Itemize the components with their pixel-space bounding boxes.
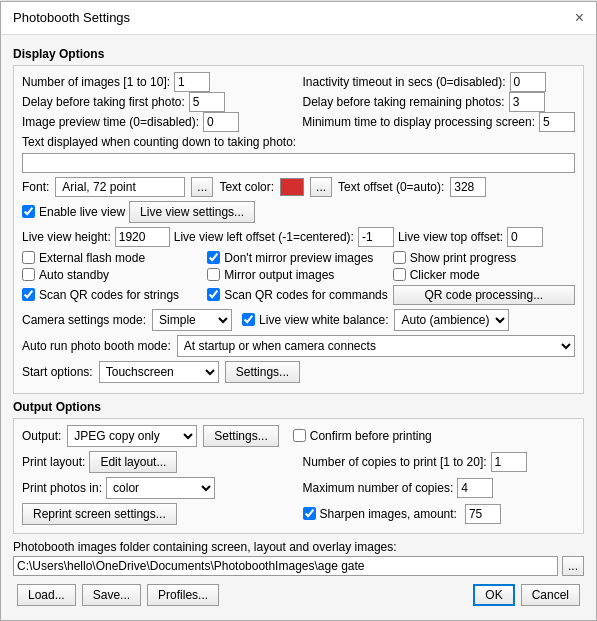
- output-select[interactable]: JPEG copy only Print only Print and copy: [67, 425, 197, 447]
- print-photos-select[interactable]: color black and white: [106, 477, 215, 499]
- clicker-mode-label[interactable]: Clicker mode: [393, 268, 575, 282]
- min-time-input[interactable]: [539, 112, 575, 132]
- print-color-row: Print photos in: color black and white M…: [22, 477, 575, 499]
- delay-first-input[interactable]: [189, 92, 225, 112]
- profiles-button[interactable]: Profiles...: [147, 584, 219, 606]
- row1: Number of images [1 to 10]: Inactivity t…: [22, 72, 575, 92]
- font-row: Font: Arial, 72 point ... Text color: ..…: [22, 177, 575, 197]
- inactivity-label: Inactivity timeout in secs (0=disabled):: [303, 75, 506, 89]
- cancel-button[interactable]: Cancel: [521, 584, 580, 606]
- footer: Load... Save... Profiles... OK Cancel: [13, 576, 584, 612]
- font-browse-button[interactable]: ...: [191, 177, 213, 197]
- num-copies-input[interactable]: [491, 452, 527, 472]
- white-balance-select[interactable]: Auto (ambience) Auto: [394, 309, 509, 331]
- scan-qr-commands-label[interactable]: Scan QR codes for commands: [207, 285, 389, 305]
- external-flash-checkbox[interactable]: [22, 251, 35, 264]
- height-label: Live view height:: [22, 230, 111, 244]
- dont-mirror-checkbox[interactable]: [207, 251, 220, 264]
- live-view-settings-button[interactable]: Live view settings...: [129, 201, 255, 223]
- left-offset-label: Live view left offset (-1=centered):: [174, 230, 354, 244]
- output-options-group: Output: JPEG copy only Print only Print …: [13, 418, 584, 534]
- preview-time-label: Image preview time (0=disabled):: [22, 115, 199, 129]
- left-offset-input[interactable]: [358, 227, 394, 247]
- confirm-before-printing-checkbox[interactable]: [293, 429, 306, 442]
- text-offset-input[interactable]: [450, 177, 486, 197]
- live-white-balance-check[interactable]: Live view white balance:: [242, 313, 388, 327]
- start-options-label: Start options:: [22, 365, 93, 379]
- row2: Delay before taking first photo: Delay b…: [22, 92, 575, 112]
- mirror-output-label[interactable]: Mirror output images: [207, 268, 389, 282]
- sharpen-label[interactable]: Sharpen images, amount:: [303, 507, 457, 521]
- edit-layout-button[interactable]: Edit layout...: [89, 451, 177, 473]
- enable-live-view-checkbox[interactable]: [22, 205, 35, 218]
- delay-remaining-input[interactable]: [509, 92, 545, 112]
- external-flash-label[interactable]: External flash mode: [22, 251, 204, 265]
- sharpen-input[interactable]: [465, 504, 501, 524]
- print-layout-item: Print layout: Edit layout...: [22, 451, 295, 473]
- max-copies-input[interactable]: [457, 478, 493, 498]
- print-row: Print layout: Edit layout... Number of c…: [22, 451, 575, 473]
- start-options-select[interactable]: Touchscreen Keyboard: [99, 361, 219, 383]
- dont-mirror-label[interactable]: Don't mirror preview images: [207, 251, 389, 265]
- text-color-box[interactable]: [280, 178, 304, 196]
- confirm-before-printing-label[interactable]: Confirm before printing: [293, 429, 432, 443]
- reprint-sharpen-row: Reprint screen settings... Sharpen image…: [22, 503, 575, 525]
- auto-run-label: Auto run photo booth mode:: [22, 339, 171, 353]
- folder-path-input[interactable]: [13, 556, 558, 576]
- inactivity-input[interactable]: [510, 72, 546, 92]
- folder-browse-button[interactable]: ...: [562, 556, 584, 576]
- load-button[interactable]: Load...: [17, 584, 76, 606]
- delay-first-item: Delay before taking first photo:: [22, 92, 295, 112]
- font-label: Font:: [22, 180, 49, 194]
- scan-qr-label[interactable]: Scan QR codes for strings: [22, 285, 204, 305]
- path-row: ...: [13, 556, 584, 576]
- max-copies-item: Maximum number of copies:: [303, 477, 576, 499]
- photobooth-settings-dialog: Photobooth Settings × Display Options Nu…: [0, 1, 597, 621]
- output-label: Output:: [22, 429, 61, 443]
- mirror-output-checkbox[interactable]: [207, 268, 220, 281]
- height-input[interactable]: [115, 227, 170, 247]
- num-images-input[interactable]: [174, 72, 210, 92]
- delay-remaining-item: Delay before taking remaining photos:: [303, 92, 576, 112]
- num-images-label: Number of images [1 to 10]:: [22, 75, 170, 89]
- countdown-input[interactable]: [22, 153, 575, 173]
- scan-qr-checkbox[interactable]: [22, 288, 35, 301]
- color-browse-button[interactable]: ...: [310, 177, 332, 197]
- title-bar: Photobooth Settings ×: [1, 2, 596, 35]
- print-photos-label: Print photos in:: [22, 481, 102, 495]
- enable-live-view-label[interactable]: Enable live view: [22, 205, 125, 219]
- reprint-settings-button[interactable]: Reprint screen settings...: [22, 503, 177, 525]
- clicker-mode-checkbox[interactable]: [393, 268, 406, 281]
- countdown-row: Text displayed when counting down to tak…: [22, 135, 575, 149]
- print-photos-item: Print photos in: color black and white: [22, 477, 295, 499]
- live-white-balance-checkbox[interactable]: [242, 313, 255, 326]
- auto-run-select[interactable]: At startup or when camera connects At st…: [177, 335, 575, 357]
- show-print-label[interactable]: Show print progress: [393, 251, 575, 265]
- start-options-settings-button[interactable]: Settings...: [225, 361, 300, 383]
- checks-grid: External flash mode Don't mirror preview…: [22, 251, 575, 305]
- inactivity-item: Inactivity timeout in secs (0=disabled):: [303, 72, 576, 92]
- show-print-checkbox[interactable]: [393, 251, 406, 264]
- qr-code-processing-button[interactable]: QR code processing...: [393, 285, 575, 305]
- auto-standby-label[interactable]: Auto standby: [22, 268, 204, 282]
- output-settings-button[interactable]: Settings...: [203, 425, 278, 447]
- camera-mode-label: Camera settings mode:: [22, 313, 146, 327]
- auto-standby-checkbox[interactable]: [22, 268, 35, 281]
- num-copies-label: Number of copies to print [1 to 20]:: [303, 455, 487, 469]
- display-options-group: Number of images [1 to 10]: Inactivity t…: [13, 65, 584, 394]
- footer-left: Load... Save... Profiles...: [17, 584, 219, 606]
- camera-mode-select[interactable]: Simple Advanced: [152, 309, 232, 331]
- min-time-item: Minimum time to display processing scree…: [302, 112, 575, 132]
- camera-mode-row: Camera settings mode: Simple Advanced Li…: [22, 309, 575, 331]
- ok-button[interactable]: OK: [473, 584, 514, 606]
- sharpen-checkbox[interactable]: [303, 507, 316, 520]
- text-offset-label: Text offset (0=auto):: [338, 180, 444, 194]
- text-color-label: Text color:: [219, 180, 274, 194]
- scan-qr-commands-checkbox[interactable]: [207, 288, 220, 301]
- top-offset-input[interactable]: [507, 227, 543, 247]
- close-button[interactable]: ×: [575, 10, 584, 26]
- dialog-title: Photobooth Settings: [13, 10, 130, 25]
- footer-right: OK Cancel: [473, 584, 580, 606]
- preview-time-input[interactable]: [203, 112, 239, 132]
- save-button[interactable]: Save...: [82, 584, 141, 606]
